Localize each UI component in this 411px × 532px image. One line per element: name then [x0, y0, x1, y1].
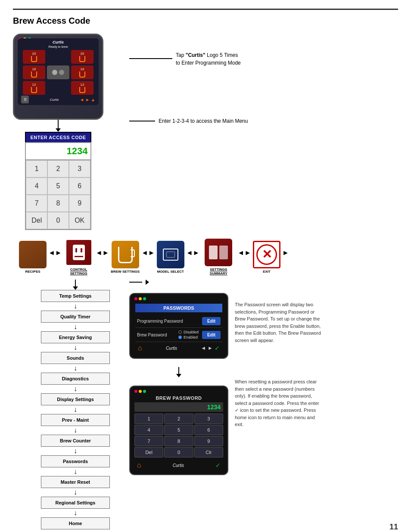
- enabled-row: Enabled: [178, 335, 199, 339]
- brew-btn-warmer[interactable]: [47, 65, 69, 79]
- exit-icon[interactable]: ✕: [253, 241, 280, 268]
- tap-text-rest: Logo 5 Times: [206, 52, 238, 58]
- enabled-label: Enabled: [184, 335, 198, 339]
- settings-summary-pages: [209, 246, 228, 259]
- tap-text-line2: to Enter Programming Mode: [176, 60, 241, 66]
- brew-key-3[interactable]: 3: [194, 414, 223, 424]
- brew-btn-6[interactable]: 12: [71, 81, 93, 95]
- nav-up[interactable]: ▲: [91, 97, 95, 102]
- brew-key-1[interactable]: 1: [134, 414, 163, 424]
- brew-key-4[interactable]: 4: [134, 425, 163, 435]
- brew-key-0[interactable]: 0: [164, 447, 193, 457]
- menu-item-regional[interactable]: Regional Settings: [41, 497, 110, 509]
- pw-checkmark[interactable]: ✓: [215, 345, 220, 352]
- device-menu-icon: ☰: [21, 96, 29, 103]
- model-select-icon[interactable]: [157, 241, 184, 268]
- brew-btn-1[interactable]: 20: [23, 50, 45, 64]
- brew-pw-dot-3: [143, 390, 146, 393]
- menu-item-home[interactable]: Home: [41, 517, 110, 529]
- menu-item-energy[interactable]: Energy Saving: [41, 331, 110, 343]
- brew-pw-inner: BREW PASSWORD 1234 1 2 3 4 5 6 7 8 9: [133, 394, 225, 472]
- key-3[interactable]: 3: [69, 160, 90, 177]
- key-del[interactable]: Del: [26, 212, 47, 229]
- brew-key-6[interactable]: 6: [194, 425, 223, 435]
- brew-btn-3[interactable]: 16: [23, 65, 45, 79]
- brew-edit-btn[interactable]: Edit: [202, 331, 221, 339]
- exit-circle: ✕: [256, 244, 277, 265]
- control-settings-icon[interactable]: [65, 239, 93, 266]
- prog-edit-btn[interactable]: Edit: [202, 317, 221, 325]
- pw-logo: Curtis: [166, 346, 177, 351]
- brew-pw-description: When resetting a password press clear th…: [235, 378, 321, 428]
- disabled-row: Disabled: [178, 330, 199, 334]
- nav-left[interactable]: ◄: [80, 97, 84, 102]
- exit-label: EXIT: [263, 270, 271, 274]
- nav-right[interactable]: ►: [85, 97, 90, 102]
- brew-btn-5[interactable]: 12: [23, 81, 45, 95]
- enabled-radio[interactable]: [178, 336, 182, 339]
- exit-icon-box: ✕ EXIT: [253, 241, 280, 274]
- control-plug: [73, 245, 85, 260]
- pw-nav-left[interactable]: ◄: [201, 345, 206, 351]
- brew-key-8[interactable]: 8: [164, 436, 193, 446]
- brew-key-7[interactable]: 7: [134, 436, 163, 446]
- brew-btn-empty: [47, 50, 69, 64]
- key-8[interactable]: 8: [47, 195, 69, 212]
- menu-item-sounds[interactable]: Sounds: [41, 352, 110, 364]
- screens-column: PASSWORDS Programming Password Edit Brew…: [129, 280, 228, 529]
- model-inner-box: [166, 252, 175, 258]
- menu-item-prev-maint[interactable]: Prev - Maint: [41, 414, 110, 426]
- brew-btn-2[interactable]: 20: [71, 50, 93, 64]
- arrow-3: ◄►: [141, 249, 155, 265]
- key-4[interactable]: 4: [26, 177, 47, 195]
- key-2[interactable]: 2: [47, 160, 69, 177]
- brew-settings-icon[interactable]: [112, 241, 139, 268]
- brew-key-9[interactable]: 9: [194, 436, 223, 446]
- menu-item-diagnostics[interactable]: Diagnostics: [41, 373, 110, 385]
- page-container: Brew Access Code Curtis Ready to brew: [0, 0, 411, 532]
- brew-btn-4[interactable]: 16: [71, 65, 93, 79]
- brew-pw-dot-2: [139, 390, 142, 393]
- enter-annotation-row: Enter 1-2-3-4 to access the Main Menu: [129, 118, 248, 124]
- pw-nav-right[interactable]: ►: [208, 345, 213, 351]
- key-1[interactable]: 1: [26, 160, 47, 177]
- key-9[interactable]: 9: [69, 195, 90, 212]
- arrowhead-menu: [73, 286, 78, 290]
- brew-password-screen: BREW PASSWORD 1234 1 2 3 4 5 6 7 8 9: [129, 386, 228, 475]
- menu-item-passwords[interactable]: Passwords: [41, 455, 110, 467]
- pw-home-icon[interactable]: ⌂: [138, 344, 142, 352]
- menu-item-display[interactable]: Display Settings: [41, 393, 110, 405]
- menu-item-master-reset[interactable]: Master Reset: [41, 476, 110, 488]
- key-0[interactable]: 0: [47, 212, 69, 229]
- key-5[interactable]: 5: [47, 177, 69, 195]
- disabled-radio[interactable]: [178, 330, 182, 334]
- arrowhead-down-pw: [176, 374, 181, 377]
- settings-summary-label: SETTINGS SUMMARY: [201, 268, 236, 275]
- menu-item-temp[interactable]: Temp Settings: [41, 290, 110, 302]
- tap-annotation-text: Tap "Curtis" Logo 5 Times to Enter Progr…: [176, 51, 241, 66]
- brew-key-del[interactable]: Del: [134, 447, 163, 457]
- key-ok[interactable]: OK: [69, 212, 90, 229]
- brew-pw-home-icon[interactable]: ⌂: [137, 461, 141, 469]
- key-6[interactable]: 6: [69, 177, 90, 195]
- pw-dot-3: [143, 297, 146, 300]
- down-line-pw: [178, 367, 179, 374]
- pw-screen-content: PASSWORDS Programming Password Edit Brew…: [133, 301, 225, 355]
- settings-summary-icon[interactable]: [205, 239, 232, 266]
- tap-text-prefix: Tap: [176, 52, 186, 58]
- menu-item-brew-counter[interactable]: Brew Counter: [41, 435, 110, 447]
- device-bottom-bar: ☰ Curtis ◄ ► ▲: [18, 96, 99, 103]
- recipes-icon[interactable]: [19, 241, 47, 268]
- brew-key-5[interactable]: 5: [164, 425, 193, 435]
- access-code-label: ENTER ACCESS CODE: [25, 132, 91, 142]
- brew-key-clr[interactable]: Clr: [194, 447, 223, 457]
- menu-item-quality[interactable]: Quality Timer: [41, 311, 110, 323]
- brew-key-2[interactable]: 2: [164, 414, 193, 424]
- brew-pw-logo: Curtis: [173, 463, 184, 468]
- pw-connector-line: [129, 282, 142, 283]
- prog-pw-label: Programming Password: [137, 319, 183, 324]
- keypad-grid: 1 2 3 4 5 6 7 8 9 Del 0 OK: [25, 159, 91, 230]
- brew-pw-checkmark[interactable]: ✓: [215, 462, 221, 469]
- plug-body: [75, 256, 83, 257]
- key-7[interactable]: 7: [26, 195, 47, 212]
